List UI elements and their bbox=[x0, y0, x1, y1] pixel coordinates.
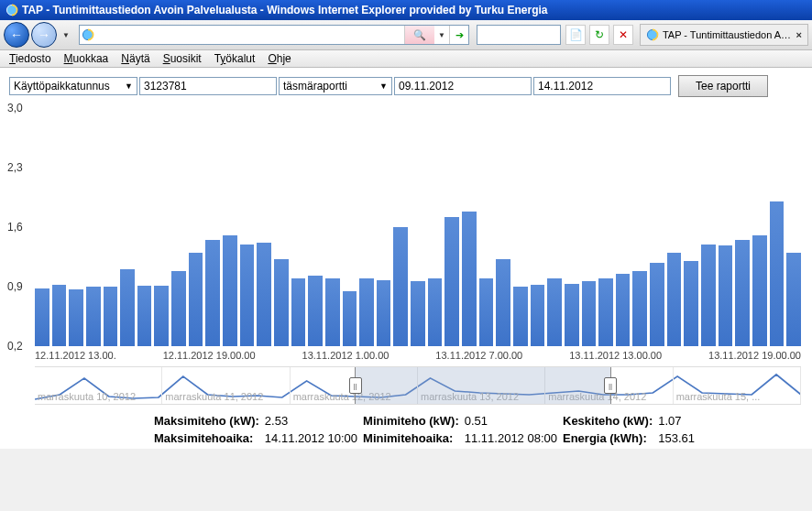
bar[interactable] bbox=[719, 245, 733, 346]
bar[interactable] bbox=[52, 285, 67, 346]
nav-history-dropdown[interactable]: ▼ bbox=[59, 31, 73, 39]
address-dropdown[interactable]: ▼ bbox=[434, 31, 449, 39]
date-to-input[interactable]: 14.11.2012 bbox=[533, 77, 671, 95]
bar[interactable] bbox=[35, 288, 49, 346]
bar[interactable] bbox=[462, 212, 477, 346]
report-type-value: täsmäraportti bbox=[283, 80, 347, 92]
id-input-value: 3123781 bbox=[144, 80, 187, 92]
bar[interactable] bbox=[359, 278, 374, 346]
bar[interactable] bbox=[411, 281, 425, 347]
bar[interactable] bbox=[531, 285, 545, 346]
back-button[interactable]: ← bbox=[4, 22, 29, 48]
ie-icon bbox=[82, 28, 94, 41]
bar[interactable] bbox=[513, 287, 528, 346]
bar[interactable] bbox=[86, 287, 101, 346]
min-time-value: 11.11.2012 08:00 bbox=[465, 431, 557, 445]
bar[interactable] bbox=[308, 276, 323, 346]
bar[interactable] bbox=[377, 280, 391, 346]
x-tick: 13.11.2012 7.00.00 bbox=[435, 350, 522, 361]
range-selector[interactable]: marraskuuta 10, 2012marraskuuta 11, 2012… bbox=[35, 366, 801, 405]
range-day: marraskuuta 10, 2012 bbox=[35, 367, 162, 404]
bar[interactable] bbox=[616, 274, 631, 346]
bar[interactable] bbox=[632, 271, 647, 346]
y-tick: 0,9 bbox=[7, 280, 23, 293]
bar[interactable] bbox=[786, 253, 801, 346]
bar[interactable] bbox=[104, 287, 118, 346]
y-tick: 1,6 bbox=[7, 221, 23, 234]
bar[interactable] bbox=[650, 263, 664, 346]
bar[interactable] bbox=[291, 278, 306, 346]
y-tick: 3,0 bbox=[7, 102, 23, 114]
bar[interactable] bbox=[770, 201, 785, 346]
go-button[interactable]: ➔ bbox=[449, 26, 468, 44]
date-from-input[interactable]: 09.11.2012 bbox=[394, 77, 532, 95]
menu-nayta[interactable]: Näytä bbox=[121, 52, 149, 65]
id-input[interactable]: 3123781 bbox=[139, 77, 277, 95]
bar[interactable] bbox=[428, 278, 443, 346]
run-report-button[interactable]: Tee raportti bbox=[678, 75, 768, 97]
compat-icon[interactable]: 📄 bbox=[565, 25, 586, 45]
bar[interactable] bbox=[582, 281, 597, 346]
bar[interactable] bbox=[223, 235, 237, 346]
browser-toolbar: ← → ▼ 🔍 ▼ ➔ 📄 ↻ ✕ TAP - Tuntimittaustied… bbox=[0, 20, 812, 50]
x-tick: 13.11.2012 13.00.00 bbox=[569, 350, 662, 361]
menu-suosikit[interactable]: Suosikit bbox=[163, 52, 202, 65]
x-tick: 12.11.2012 13.00. bbox=[35, 350, 116, 361]
tab-title: TAP - Tuntimittaustiedon Av... bbox=[663, 29, 793, 40]
id-type-select[interactable]: Käyttöpaikkatunnus ▼ bbox=[9, 77, 137, 95]
bar[interactable] bbox=[479, 278, 494, 346]
tab-close-button[interactable]: × bbox=[796, 29, 802, 40]
chart-area: 3,02,31,60,90,2 12.11.2012 13.00.12.11.2… bbox=[0, 104, 812, 449]
report-type-select[interactable]: täsmäraportti ▼ bbox=[279, 77, 392, 95]
bar[interactable] bbox=[240, 245, 255, 346]
bar[interactable] bbox=[667, 253, 682, 346]
menu-muokkaa[interactable]: Muokkaa bbox=[64, 52, 109, 65]
browser-tab[interactable]: TAP - Tuntimittaustiedon Av... × bbox=[640, 24, 808, 46]
range-overlay: || || bbox=[355, 367, 611, 404]
min-kw-label: Minimiteho (kW): bbox=[363, 414, 459, 428]
bar[interactable] bbox=[274, 259, 289, 346]
bar-chart[interactable]: 3,02,31,60,90,2 bbox=[35, 108, 801, 346]
bar[interactable] bbox=[752, 235, 767, 346]
bar[interactable] bbox=[69, 289, 83, 346]
stop-icon[interactable]: ✕ bbox=[613, 25, 633, 45]
search-button[interactable]: 🔍 bbox=[404, 26, 434, 44]
bar[interactable] bbox=[565, 284, 579, 346]
search-box[interactable] bbox=[477, 25, 561, 45]
chevron-down-icon: ▼ bbox=[379, 82, 388, 91]
bar[interactable] bbox=[547, 278, 562, 346]
bar[interactable] bbox=[684, 261, 698, 346]
energy-label: Energia (kWh): bbox=[563, 431, 653, 445]
bar[interactable] bbox=[496, 259, 510, 346]
bar[interactable] bbox=[701, 245, 716, 346]
bar[interactable] bbox=[444, 217, 459, 346]
menu-tiedosto[interactable]: Tiedosto bbox=[9, 52, 51, 65]
bar[interactable] bbox=[154, 286, 169, 346]
refresh-icon[interactable]: ↻ bbox=[589, 25, 609, 45]
address-bar[interactable]: 🔍 ▼ ➔ bbox=[79, 25, 469, 45]
bar[interactable] bbox=[343, 291, 357, 346]
bar[interactable] bbox=[393, 227, 408, 346]
y-tick: 0,2 bbox=[7, 340, 23, 353]
bar[interactable] bbox=[325, 278, 340, 346]
bar[interactable] bbox=[735, 240, 750, 346]
forward-button[interactable]: → bbox=[31, 22, 57, 48]
chevron-down-icon: ▼ bbox=[125, 82, 133, 91]
min-time-label: Minimitehoaika: bbox=[363, 431, 459, 445]
date-from-value: 09.11.2012 bbox=[399, 80, 454, 92]
bar[interactable] bbox=[137, 286, 152, 346]
menu-tyokalut[interactable]: Työkalut bbox=[214, 52, 256, 65]
max-kw-label: Maksimiteho (kW): bbox=[154, 414, 259, 428]
menu-ohje[interactable]: Ohje bbox=[268, 52, 291, 65]
x-tick: 13.11.2012 1.00.00 bbox=[302, 350, 390, 361]
bar[interactable] bbox=[171, 271, 186, 346]
min-kw-value: 0.51 bbox=[465, 414, 557, 428]
bar[interactable] bbox=[189, 253, 203, 346]
bar[interactable] bbox=[205, 240, 220, 346]
bar[interactable] bbox=[257, 243, 271, 346]
avg-kw-label: Keskiteho (kW): bbox=[563, 414, 653, 428]
bar[interactable] bbox=[120, 269, 135, 346]
range-handle-left[interactable]: || bbox=[349, 377, 362, 394]
bar[interactable] bbox=[598, 278, 613, 346]
range-handle-right[interactable]: || bbox=[604, 377, 617, 394]
